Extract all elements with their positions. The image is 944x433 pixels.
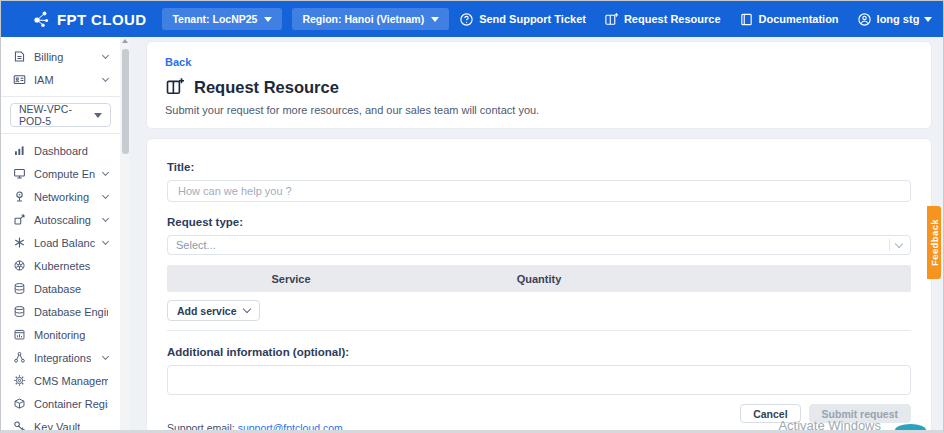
database-icon	[13, 282, 26, 295]
fpt-cloud-logo[interactable]: FPT CLOUD	[31, 9, 146, 29]
topbar-actions: Send Support Ticket Request Resource Doc…	[459, 12, 932, 27]
additional-info-textarea[interactable]	[167, 365, 911, 395]
chat-widget-button[interactable]	[895, 424, 926, 433]
support-email-label: Support email:	[167, 422, 235, 433]
sidebar-scrollbar[interactable]	[120, 37, 130, 430]
request-type-select[interactable]: Select...	[167, 235, 911, 255]
support-ticket-icon	[459, 12, 474, 27]
scrollbar-thumb[interactable]	[122, 49, 129, 154]
sidebar-item-networking[interactable]: Networking	[1, 185, 120, 208]
action-label: Documentation	[759, 13, 839, 25]
sidebar-item-label: Billing	[34, 51, 63, 63]
tenant-label: Tenant: LocNP25	[172, 13, 257, 25]
scrollbar-up-arrow[interactable]	[122, 39, 128, 43]
back-link[interactable]: Back	[165, 56, 191, 68]
submit-request-button[interactable]: Submit request	[809, 404, 911, 423]
title-input[interactable]	[167, 180, 911, 202]
page-title: Request Resource	[194, 78, 339, 97]
sidebar-item-container-registry[interactable]: Container Registry	[1, 392, 120, 415]
key-vault-icon	[13, 420, 26, 430]
send-support-ticket-button[interactable]: Send Support Ticket	[459, 12, 586, 27]
vpc-selector-dropdown[interactable]: NEW-VPC-POD-5	[10, 103, 111, 127]
sidebar-item-kubernetes[interactable]: Kubernetes	[1, 254, 120, 277]
title-field-label: Title:	[167, 161, 911, 173]
sidebar-item-dashboard[interactable]: Dashboard	[1, 139, 120, 162]
support-email-link[interactable]: support@fptcloud.com	[238, 422, 343, 433]
integrations-icon	[13, 351, 26, 364]
region-label: Region: Hanoi (Vietnam)	[302, 13, 424, 25]
sidebar-item-iam[interactable]: IAM	[1, 68, 120, 91]
sidebar: Billing IAM NEW-VPC-POD-5 Dashboar	[1, 37, 130, 430]
cancel-button[interactable]: Cancel	[740, 404, 800, 423]
caret-down-icon	[264, 17, 272, 22]
vpc-selector-value: NEW-VPC-POD-5	[19, 103, 94, 127]
networking-icon	[13, 190, 26, 203]
chevron-down-icon	[102, 191, 109, 198]
user-icon	[857, 12, 872, 27]
sidebar-item-label: Kubernetes	[34, 260, 90, 272]
sidebar-item-billing[interactable]: Billing	[1, 45, 120, 68]
sidebar-item-label: Dashboard	[34, 145, 88, 157]
user-menu[interactable]: long stg	[857, 12, 933, 27]
chevron-down-icon	[102, 74, 109, 81]
sidebar-item-key-vault[interactable]: Key Vault	[1, 415, 120, 430]
add-service-button[interactable]: Add service	[167, 300, 260, 321]
sidebar-item-label: Monitoring	[34, 329, 85, 341]
add-service-label: Add service	[177, 305, 237, 317]
chevron-down-icon	[895, 239, 903, 247]
sidebar-item-compute-engine[interactable]: Compute Engine	[1, 162, 120, 185]
sidebar-item-label: CMS Management	[34, 375, 108, 387]
sidebar-item-integrations[interactable]: Integrations	[1, 346, 120, 369]
sidebar-item-label: Key Vault	[34, 421, 80, 431]
feedback-tab[interactable]: Feedback	[927, 206, 941, 279]
request-type-placeholder: Select...	[176, 239, 216, 251]
username-label: long stg	[877, 13, 920, 25]
table-section-divider	[167, 330, 911, 331]
request-resource-button[interactable]: Request Resource	[604, 12, 721, 27]
caret-down-icon	[431, 17, 439, 22]
sidebar-item-label: Autoscaling	[34, 214, 91, 226]
service-table: Service Quantity Add service	[167, 265, 911, 331]
tenant-selector[interactable]: Tenant: LocNP25	[162, 8, 282, 30]
top-navigation-bar: FPT CLOUD Tenant: LocNP25 Region: Hanoi …	[1, 1, 943, 37]
page-header-card: Back Request Resource Submit your reques…	[146, 41, 932, 129]
request-resource-icon	[604, 12, 619, 27]
app-window: FPT CLOUD Tenant: LocNP25 Region: Hanoi …	[0, 0, 944, 433]
sidebar-item-load-balancer[interactable]: Load Balancer	[1, 231, 120, 254]
sidebar-item-monitoring[interactable]: Monitoring	[1, 323, 120, 346]
database-engine-icon	[13, 305, 26, 318]
region-selector[interactable]: Region: Hanoi (Vietnam)	[292, 8, 449, 30]
chevron-down-icon	[242, 305, 250, 313]
sidebar-item-label: Integrations	[34, 352, 91, 364]
caret-down-icon	[94, 113, 102, 118]
sidebar-item-cms-management[interactable]: CMS Management	[1, 369, 120, 392]
sidebar-item-autoscaling[interactable]: Autoscaling	[1, 208, 120, 231]
molecule-logo-icon	[31, 9, 51, 29]
chevron-down-icon	[102, 214, 109, 221]
action-label: Send Support Ticket	[479, 13, 586, 25]
sidebar-item-database-engine[interactable]: Database Engine	[1, 300, 120, 323]
request-type-label: Request type:	[167, 216, 911, 228]
request-form-card: Title: Request type: Select... Service Q…	[146, 138, 932, 433]
billing-icon	[13, 50, 26, 63]
chevron-down-icon	[102, 352, 109, 359]
compute-engine-icon	[13, 167, 26, 180]
main-content: Back Request Resource Submit your reques…	[130, 37, 943, 430]
form-footer: Cancel Submit request Support email: sup…	[167, 403, 911, 433]
container-registry-icon	[13, 397, 26, 410]
dashboard-icon	[13, 144, 26, 157]
chevron-down-icon	[102, 51, 109, 58]
sidebar-item-label: IAM	[34, 74, 54, 86]
documentation-button[interactable]: Documentation	[739, 12, 839, 27]
documentation-icon	[739, 12, 754, 27]
iam-icon	[13, 73, 26, 86]
sidebar-item-label: Container Registry	[34, 398, 108, 410]
caret-down-icon	[924, 17, 932, 22]
service-column-header: Service	[167, 273, 415, 285]
request-resource-icon	[165, 77, 185, 97]
sidebar-divider	[1, 96, 120, 97]
chevron-down-icon	[102, 237, 109, 244]
sidebar-item-database[interactable]: Database	[1, 277, 120, 300]
sidebar-divider	[1, 133, 120, 134]
kubernetes-icon	[13, 259, 26, 272]
